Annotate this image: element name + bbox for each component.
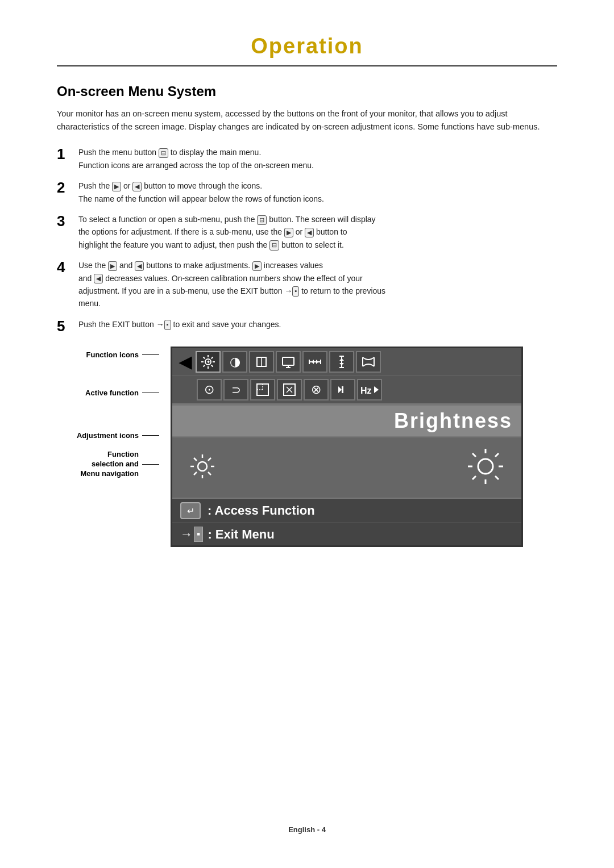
step-5: 5 Push the EXIT button →▪ to exit and sa… [57, 318, 557, 335]
title-divider [57, 65, 557, 66]
osd-labels-column: Function icons Active function Adjustmen… [57, 347, 159, 479]
svg-line-46 [194, 472, 197, 475]
osd-icon-geometry [249, 351, 274, 373]
osd-icon-zoom [277, 379, 302, 400]
osd-icon-corner [250, 379, 275, 400]
step-number-2: 2 [57, 180, 78, 196]
osd-icon-convergence: ⊃ [223, 379, 248, 400]
svg-line-6 [211, 365, 213, 367]
step-content-4: Use the ▶ and ◀ buttons to make adjustme… [78, 259, 385, 310]
svg-line-43 [194, 458, 197, 461]
page: Operation On-screen Menu System Your mon… [0, 0, 614, 868]
svg-marker-34 [338, 386, 342, 393]
label-line-3 [142, 435, 159, 436]
step-content-5: Push the EXIT button →▪ to exit and save… [78, 318, 281, 331]
svg-point-38 [198, 462, 207, 471]
svg-rect-35 [342, 386, 343, 393]
step-4: 4 Use the ▶ and ◀ buttons to make adjust… [57, 259, 557, 310]
down-btn: ◀ [135, 261, 144, 271]
exit-menu-arrow: → ▪ [180, 527, 203, 542]
steps-list: 1 Push the menu button ⊟ to display the … [57, 146, 557, 334]
svg-line-8 [204, 365, 205, 367]
osd-icon-contrast: ◑ [222, 351, 247, 373]
left-icon: ◀ [305, 228, 314, 237]
exit-icon: ▪ [164, 320, 171, 329]
step-content-3: To select a function or open a sub-menu,… [78, 213, 376, 251]
svg-marker-37 [374, 386, 379, 393]
select-button-icon: ⊟ [257, 215, 267, 225]
svg-marker-19 [312, 360, 314, 364]
section-heading: On-screen Menu System [57, 84, 557, 99]
right-icon: ▶ [284, 228, 293, 237]
dec-icon: ◀ [94, 274, 103, 283]
osd-icon-hz: Hz [357, 379, 382, 400]
osd-screen: ◀ ✦ [171, 347, 523, 547]
sun-icon-small [189, 453, 215, 482]
svg-line-45 [208, 458, 211, 461]
up-btn: ▶ [108, 261, 117, 271]
label-line-1 [142, 354, 159, 355]
svg-marker-20 [316, 360, 318, 364]
page-footer: English - 4 [57, 825, 557, 834]
active-function-label: Active function [85, 389, 159, 397]
svg-marker-25 [339, 363, 344, 365]
osd-icon-pincushion [356, 351, 381, 373]
svg-line-52 [472, 453, 476, 457]
right-arrow-icon: ▶ [112, 182, 121, 191]
step-3: 3 To select a function or open a sub-men… [57, 213, 557, 251]
step-number-1: 1 [57, 146, 78, 162]
svg-line-54 [495, 453, 499, 457]
osd-icon-prevnext [330, 379, 355, 400]
osd-access-function-row: ↵ : Access Function [172, 499, 521, 523]
label-line-2 [142, 393, 159, 393]
inc-icon: ▶ [252, 261, 262, 271]
confirm-icon: ⊟ [269, 240, 279, 250]
svg-text:✦: ✦ [206, 360, 210, 365]
svg-line-7 [211, 357, 213, 359]
svg-marker-24 [339, 358, 344, 361]
osd-left-arrow: ◀ [177, 353, 194, 372]
svg-point-47 [478, 459, 493, 474]
svg-text:Hz: Hz [360, 386, 372, 395]
function-icons-label: Function icons [86, 350, 159, 359]
access-function-btn-icon: ↵ [180, 502, 201, 519]
step-content-1: Push the menu button ⊟ to display the ma… [78, 146, 314, 172]
svg-line-53 [495, 476, 499, 479]
menu-button-icon: ⊟ [159, 148, 168, 158]
osd-exit-menu-row: → ▪ : Exit Menu [172, 523, 521, 545]
step-content-2: Push the ▶ or ◀ button to move through t… [78, 180, 324, 205]
osd-nav-bar: ↵ : Access Function → ▪ : Exit Menu [172, 498, 521, 545]
svg-rect-12 [283, 357, 294, 365]
svg-line-55 [472, 476, 476, 479]
step-number-5: 5 [57, 318, 78, 335]
step-1: 1 Push the menu button ⊟ to display the … [57, 146, 557, 172]
osd-icon-rotation: ⊙ [197, 379, 222, 400]
adjustment-icons-label: Adjustment icons [77, 431, 159, 440]
function-selection-label: Function selection and Menu navigation [80, 450, 159, 479]
osd-adjustment-area [172, 436, 521, 498]
exit-menu-label: : Exit Menu [208, 527, 274, 542]
page-title: Operation [57, 34, 557, 59]
svg-line-44 [208, 472, 211, 475]
osd-icon-vsize [329, 351, 354, 373]
step-number-3: 3 [57, 213, 78, 229]
osd-brightness-display: Brightness [172, 404, 521, 436]
exit-small-icon: ▪ [292, 286, 299, 296]
osd-icon-brightness: ✦ [196, 351, 221, 373]
osd-icon-degauss: ⊗ [304, 379, 329, 400]
step-number-4: 4 [57, 259, 78, 276]
access-function-label: : Access Function [208, 503, 315, 518]
svg-line-5 [204, 357, 205, 359]
label-line-4 [142, 464, 159, 465]
left-arrow-icon: ◀ [132, 182, 142, 191]
osd-diagram: Function icons Active function Adjustmen… [57, 347, 557, 547]
osd-icon-osd [276, 351, 301, 373]
intro-text: Your monitor has an on-screen menu syste… [57, 107, 557, 133]
step-2: 2 Push the ▶ or ◀ button to move through… [57, 180, 557, 205]
osd-icon-hsize [302, 351, 327, 373]
sun-icon-large [467, 448, 504, 487]
